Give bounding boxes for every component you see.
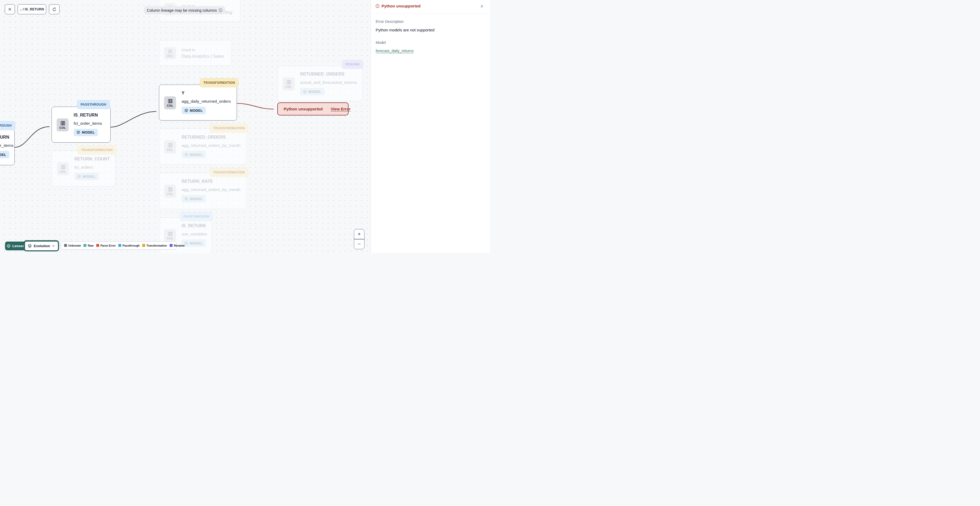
- model-type-badge: MODEL: [0, 151, 9, 158]
- passthrough-lens-badge: PASSTHROUGH: [180, 212, 213, 221]
- legend-item-passthrough: Passthrough: [118, 244, 140, 247]
- missing-columns-banner: Column lineage may be missing columns: [144, 6, 225, 14]
- warning-circle-icon: [375, 4, 380, 8]
- edge-offscreen-to-isreturn: [14, 127, 50, 147]
- model-type-badge: MODEL: [181, 151, 206, 158]
- passthrough-lens-badge: PASSTHROUGH: [0, 121, 15, 130]
- project-icon: [167, 49, 173, 54]
- model-name: agg_returned_orders_by_month: [181, 187, 240, 192]
- banner-text: Column lineage may be missing columns: [147, 8, 217, 13]
- cube-icon: [76, 130, 80, 134]
- lineage-canvas[interactable]: PRJ Used In Data Analytics | Marketing P…: [0, 0, 371, 253]
- legend-swatch: [170, 244, 173, 247]
- columns-icon: [167, 143, 173, 148]
- cube-icon: [184, 109, 188, 113]
- layers-icon: [28, 244, 32, 248]
- transformation-lens-badge: TRANSFORMATION: [210, 168, 248, 177]
- breadcrumb[interactable]: .. / IS_RETURN: [18, 4, 46, 14]
- chip-label: COL: [167, 192, 173, 196]
- cube-icon: [184, 241, 188, 245]
- legend-item-raw: Raw: [83, 244, 94, 247]
- legend-item-unknown: Unknown: [64, 244, 81, 247]
- legend-swatch: [64, 244, 67, 247]
- node-returned-orders-by-month[interactable]: COL RETURNED_ORDERS agg_returned_orders_…: [159, 129, 247, 164]
- column-type-chip: COL: [164, 140, 176, 153]
- close-lineage-button[interactable]: [5, 4, 15, 14]
- panel-close-button[interactable]: [479, 4, 484, 8]
- panel-title: Python unsupported: [382, 4, 421, 8]
- close-icon: [8, 7, 12, 11]
- edge-isreturn-to-y: [111, 112, 157, 127]
- project-type-chip: PRJ: [164, 47, 176, 59]
- chip-label: COL: [167, 104, 173, 107]
- node-return-rate[interactable]: COL RETURN_RATE agg_returned_orders_by_m…: [159, 173, 247, 209]
- refresh-button[interactable]: [49, 4, 60, 14]
- chip-label: COL: [167, 148, 173, 152]
- node-y-agg-daily-returned-orders[interactable]: COL Y agg_daily_returned_orders MODEL: [159, 85, 237, 121]
- transformation-lens-badge: TRANSFORMATION: [78, 145, 116, 155]
- model-type-badge: MODEL: [75, 172, 99, 180]
- node-is-return-offscreen[interactable]: COL IS_RETURN fct_order_items MODEL: [0, 129, 14, 165]
- python-unsupported-error-node[interactable]: Python unsupported View Error: [277, 102, 348, 115]
- legend-swatch: [118, 244, 121, 247]
- lens-selected-label: Evolution: [34, 244, 50, 248]
- lens-selector[interactable]: Evolution: [24, 240, 59, 251]
- legend-swatch: [83, 244, 86, 247]
- legend-item-transformation: Transformation: [142, 244, 167, 247]
- column-type-chip: COL: [164, 229, 176, 242]
- error-description-text: Python models are not supported: [375, 28, 434, 32]
- model-name: agg_daily_returned_orders: [181, 99, 231, 104]
- column-name: RETURN_COUNT: [75, 157, 110, 161]
- model-type-badge: MODEL: [300, 88, 325, 95]
- close-icon: [480, 4, 484, 8]
- columns-icon: [60, 121, 65, 126]
- panel-header: Python unsupported: [371, 0, 490, 14]
- model-link[interactable]: forecast_daily_returns: [375, 49, 414, 53]
- model-name: agg_returned_orders_by_month: [181, 143, 240, 148]
- chip-label: PRJ: [167, 54, 173, 58]
- node-return-count-fct-orders[interactable]: COL RETURN_COUNT fct_orders MODEL: [52, 150, 115, 187]
- model-name: fct_order_items: [74, 121, 102, 126]
- error-node-label: Python unsupported: [284, 107, 323, 111]
- model-name: use_variables: [181, 232, 207, 236]
- chip-label: COL: [285, 85, 292, 88]
- legend-swatch: [96, 244, 99, 247]
- rename-lens-badge: RENAME: [342, 60, 363, 69]
- node-is-return-fct-order-items[interactable]: COL IS_RETURN fct_order_items MODEL: [52, 107, 111, 143]
- edge-y-to-error: [237, 104, 274, 109]
- model-name: fct_order_items: [0, 143, 14, 148]
- model-label: Model: [375, 40, 386, 45]
- refresh-icon: [52, 7, 57, 12]
- column-name: RETURNED_ORDERS: [300, 72, 344, 77]
- columns-icon: [167, 231, 173, 236]
- column-lineage-app: PRJ Used In Data Analytics | Marketing P…: [0, 0, 490, 253]
- legend-item-rename: Rename: [170, 244, 185, 247]
- chevron-down-icon: [52, 244, 55, 247]
- info-icon[interactable]: [218, 8, 223, 12]
- used-in-label: Used In: [181, 48, 196, 52]
- zoom-in-button[interactable]: +: [354, 229, 364, 239]
- error-description-label: Error Description: [375, 19, 404, 24]
- cube-icon: [184, 153, 188, 157]
- zoom-controls: + −: [354, 229, 364, 249]
- chip-label: COL: [60, 170, 66, 173]
- chip-label: COL: [167, 237, 173, 240]
- lens-legend: Unknown Raw Parse Error Passthrough Tran…: [61, 241, 177, 249]
- columns-icon: [167, 99, 173, 104]
- columns-icon: [167, 187, 173, 192]
- columns-icon: [286, 80, 291, 85]
- error-details-panel: Python unsupported Error Description Pyt…: [371, 0, 490, 253]
- column-type-chip: COL: [164, 96, 176, 109]
- node-returned-orders-actual-and-forecasted[interactable]: COL RETURNED_ORDERS actual_and_forecaste…: [278, 66, 363, 101]
- column-name: Y: [181, 91, 185, 96]
- legend-item-parse-error: Parse Error: [96, 244, 116, 247]
- node-used-in-sales[interactable]: PRJ Used In Data Analytics | Sales: [159, 40, 231, 66]
- column-type-chip: COL: [57, 162, 69, 175]
- column-type-chip: COL: [164, 185, 176, 198]
- column-type-chip: COL: [57, 118, 68, 131]
- model-type-badge: MODEL: [74, 129, 98, 136]
- lenses-button[interactable]: Lenses: [5, 241, 26, 251]
- view-error-link[interactable]: View Error: [331, 107, 351, 111]
- cube-icon: [184, 197, 188, 201]
- zoom-out-button[interactable]: −: [354, 239, 364, 249]
